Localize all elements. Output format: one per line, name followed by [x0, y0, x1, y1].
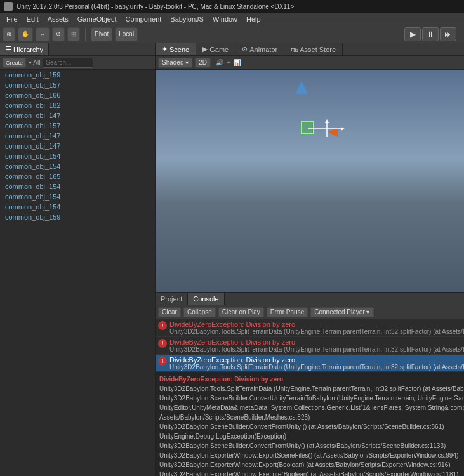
- menu-window[interactable]: Window: [209, 14, 241, 24]
- pause-button[interactable]: ⏸: [422, 27, 439, 41]
- list-item[interactable]: common_obj_147: [0, 110, 155, 121]
- list-item[interactable]: common_obj_154: [0, 202, 155, 212]
- menu-babylonjs[interactable]: BabylonJS: [166, 14, 208, 24]
- msg-content-1: DivideByZeroException: Division by zero …: [169, 321, 464, 335]
- tab-game[interactable]: ▶ Game: [196, 43, 235, 55]
- clear-button[interactable]: Clear: [158, 307, 181, 317]
- list-item[interactable]: common_obj_147: [0, 131, 155, 141]
- detail-line-8: Unity3D2Babylon.ExporterWindow:Export(Bo…: [159, 460, 464, 470]
- hierarchy-toolbar: Create ▾ All: [0, 56, 155, 70]
- create-button[interactable]: Create: [3, 58, 26, 68]
- list-item[interactable]: common_obj_165: [0, 171, 155, 182]
- shaded-btn[interactable]: Shaded ▾: [158, 58, 192, 68]
- list-item[interactable]: common_obj_159: [0, 212, 155, 222]
- svg-marker-8: [295, 81, 308, 94]
- tab-scene[interactable]: ✦ Scene: [156, 43, 196, 55]
- hierarchy-tabs: ☰ Hierarchy: [0, 43, 155, 56]
- separator-1: [85, 28, 86, 41]
- clear-on-play-button[interactable]: Clear on Play: [218, 307, 264, 317]
- menu-edit[interactable]: Edit: [23, 14, 43, 24]
- window-title: Unity 2017.2.0f3 Personal (64bit) - baby…: [17, 3, 294, 10]
- console-messages[interactable]: ! DivideByZeroException: Division by zer…: [156, 319, 464, 371]
- msg-content-2: DivideByZeroException: Division by zero …: [169, 338, 464, 353]
- tab-project[interactable]: Project: [156, 293, 188, 305]
- hierarchy-icon: ☰: [5, 45, 11, 53]
- tab-console[interactable]: Console: [188, 293, 224, 305]
- list-item[interactable]: common_obj_154: [0, 161, 155, 171]
- scene-icon: ✦: [162, 45, 168, 53]
- menu-help[interactable]: Help: [242, 14, 265, 24]
- menu-assets[interactable]: Assets: [44, 14, 72, 24]
- svg-marker-10: [341, 127, 345, 131]
- detail-line-1: Unity3D2Babylon.SceneBuilder.ConvertUnit…: [159, 393, 464, 403]
- list-item[interactable]: common_obj_154: [0, 151, 155, 161]
- transform-btn-5[interactable]: ⊞: [67, 27, 80, 41]
- error-icon-3: !: [158, 357, 167, 366]
- svg-marker-12: [325, 119, 329, 123]
- tab-hierarchy[interactable]: ☰ Hierarchy: [0, 43, 49, 55]
- stats-icon: 📊: [234, 59, 241, 66]
- blue-arrow-object: [295, 81, 308, 102]
- detail-line-7: Unity3D2Babylon.ExporterWindow:ExportSce…: [159, 451, 464, 460]
- 2d-btn[interactable]: 2D: [195, 58, 211, 68]
- bottom-panel: Project Console ≡ Clear Collapse Clear o…: [156, 292, 464, 476]
- detail-panel: DivideByZeroException: Division by zero …: [156, 371, 464, 476]
- game-icon: ▶: [202, 45, 208, 53]
- detail-line-9: Unity3D2Babylon.ExporterWindow:Execute(B…: [159, 470, 464, 476]
- detail-headline: DivideByZeroException: Division by zero: [159, 374, 464, 384]
- detail-line-0: Unity3D2Babylon.Tools.SplitTerrainData (…: [159, 384, 464, 393]
- list-item[interactable]: common_obj_157: [0, 80, 155, 90]
- detail-line-3: Assets/Babylon/Scripts/SceneBuilder.Mesh…: [159, 413, 464, 422]
- toolbar: ⊕ ✋ ↔ ↺ ⊞ Pivot Local ▶ ⏸ ⏭: [0, 25, 464, 43]
- connected-player-button[interactable]: Connected Player ▾: [310, 307, 373, 317]
- console-message-3[interactable]: ! DivideByZeroException: Division by zer…: [156, 355, 464, 371]
- audio-icon: 🔊: [216, 59, 223, 66]
- transform-btn-3[interactable]: ↔: [36, 27, 50, 41]
- play-button[interactable]: ▶: [404, 27, 421, 41]
- fx-icon: ✦: [226, 59, 231, 66]
- right-panel: ✦ Scene ▶ Game ⊙ Animator 🛍 Asset Store …: [156, 43, 464, 476]
- hierarchy-list[interactable]: common_obj_159 common_obj_157 common_obj…: [0, 70, 155, 476]
- msg-content-3: DivideByZeroException: Division by zero …: [169, 356, 464, 371]
- menu-file[interactable]: File: [3, 14, 22, 24]
- transform-gizmo: [308, 119, 346, 140]
- hierarchy-search[interactable]: [43, 58, 93, 68]
- transform-btn-1[interactable]: ⊕: [3, 27, 15, 41]
- scene-viewport[interactable]: Z X ✕ ▶: [156, 70, 464, 292]
- detail-line-6: Unity3D2Babylon.SceneBuilder.ConvertFrom…: [159, 441, 464, 451]
- list-item[interactable]: common_obj_154: [0, 192, 155, 202]
- error-pause-button[interactable]: Error Pause: [267, 307, 308, 317]
- list-item[interactable]: common_obj_154: [0, 182, 155, 192]
- console-message-2[interactable]: ! DivideByZeroException: Division by zer…: [156, 337, 464, 355]
- all-label: ▾ All: [29, 59, 40, 66]
- list-item[interactable]: common_obj_166: [0, 90, 155, 100]
- play-controls: ▶ ⏸ ⏭: [404, 27, 456, 41]
- list-item[interactable]: common_obj_157: [0, 121, 155, 131]
- console-message-1[interactable]: ! DivideByZeroException: Division by zer…: [156, 319, 464, 337]
- scene-tabs: ✦ Scene ▶ Game ⊙ Animator 🛍 Asset Store …: [156, 43, 464, 56]
- viewport-background: Z X ✕ ▶: [156, 70, 464, 292]
- list-item[interactable]: common_obj_159: [0, 70, 155, 80]
- animator-icon: ⊙: [242, 45, 248, 53]
- main-area: ☰ Hierarchy Create ▾ All common_obj_159 …: [0, 43, 464, 476]
- unity-logo-icon: [4, 2, 13, 11]
- menu-bar: File Edit Assets GameObject Component Ba…: [0, 13, 464, 25]
- hierarchy-panel: ☰ Hierarchy Create ▾ All common_obj_159 …: [0, 43, 156, 476]
- step-button[interactable]: ⏭: [440, 27, 456, 41]
- list-item[interactable]: common_obj_147: [0, 141, 155, 151]
- menu-gameobject[interactable]: GameObject: [74, 14, 121, 24]
- detail-line-4: Unity3D2Babylon.SceneBuilder.ConvertFrom…: [159, 422, 464, 432]
- tab-asset-store[interactable]: 🛍 Asset Store: [284, 43, 343, 55]
- error-icon-2: !: [158, 339, 167, 348]
- collapse-button[interactable]: Collapse: [183, 307, 216, 317]
- menu-component[interactable]: Component: [121, 14, 165, 24]
- console-toolbar: Clear Collapse Clear on Play Error Pause…: [156, 305, 464, 319]
- transform-btn-2[interactable]: ✋: [18, 27, 33, 41]
- list-item[interactable]: common_obj_182: [0, 100, 155, 110]
- detail-line-5: UnityEngine.Debug:LogException(Exception…: [159, 432, 464, 441]
- transform-btn-4[interactable]: ↺: [52, 27, 65, 41]
- local-button[interactable]: Local: [115, 27, 138, 41]
- detail-line-2: UnityEditor.UnityMetaData& metaData, Sys…: [159, 403, 464, 413]
- pivot-button[interactable]: Pivot: [91, 27, 112, 41]
- tab-animator[interactable]: ⊙ Animator: [235, 43, 284, 55]
